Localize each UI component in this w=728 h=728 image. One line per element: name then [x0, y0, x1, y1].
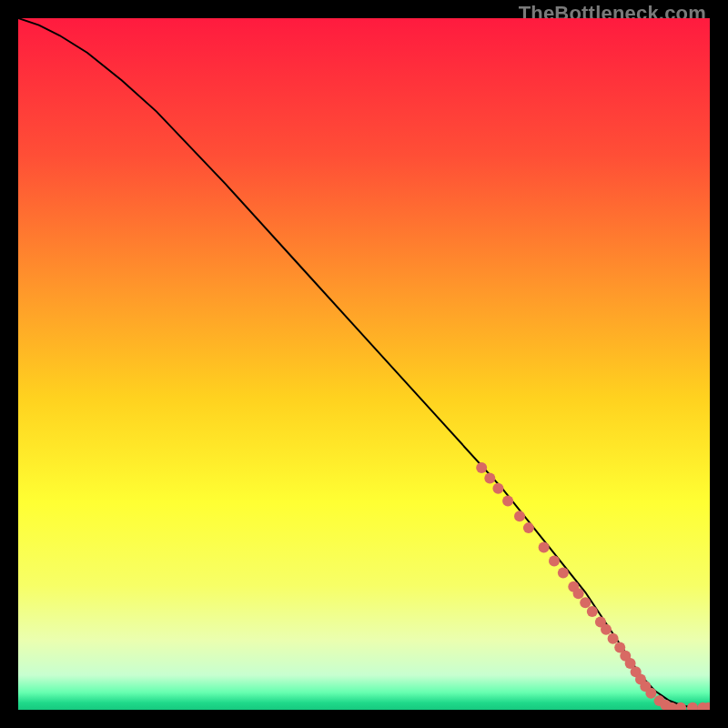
data-point [587, 606, 598, 617]
data-point [601, 624, 612, 635]
chart-background [18, 18, 710, 710]
data-point [645, 688, 656, 699]
data-point [484, 472, 495, 483]
data-point [514, 511, 525, 521]
data-point [549, 556, 560, 567]
data-point [573, 588, 584, 599]
data-point [558, 568, 569, 579]
data-point [502, 495, 513, 506]
data-point [476, 462, 487, 473]
chart-frame [18, 18, 710, 710]
data-point [580, 597, 591, 608]
data-point [523, 522, 534, 533]
data-point [492, 483, 503, 494]
data-point [608, 633, 619, 644]
chart-svg [18, 18, 710, 710]
data-point [539, 541, 550, 552]
